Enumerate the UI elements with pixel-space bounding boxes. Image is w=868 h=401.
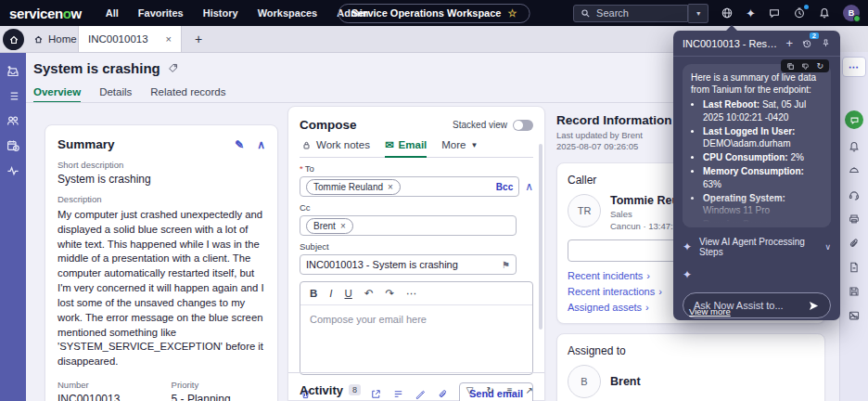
short-description-value: System is crashing bbox=[57, 173, 265, 186]
bullet-memory: Memory Consumption: 63% bbox=[703, 165, 823, 189]
top-nav: All Favorites History Workspaces Admin bbox=[106, 7, 369, 19]
caller-avatar[interactable]: TR bbox=[568, 194, 601, 227]
collapse-recipients-icon[interactable]: ∧ bbox=[525, 180, 533, 193]
new-conversation-icon[interactable]: + bbox=[785, 37, 793, 49]
chip-remove-icon[interactable]: × bbox=[340, 221, 346, 231]
record-more-actions-button[interactable]: ⋯ bbox=[842, 57, 866, 77]
popup-title: INC0010013 - Resolve ... bbox=[683, 38, 777, 49]
chip-remove-icon[interactable]: × bbox=[388, 182, 393, 192]
nav-all[interactable]: All bbox=[106, 7, 119, 19]
tab-close-icon[interactable]: × bbox=[166, 33, 172, 45]
italic-button[interactable]: I bbox=[329, 288, 332, 299]
rail-bell-icon[interactable] bbox=[848, 140, 861, 153]
assist-intro: Here is a summary of live data from Tani… bbox=[691, 71, 823, 96]
nav-workspaces[interactable]: Workspaces bbox=[258, 7, 318, 19]
stacked-view-toggle[interactable] bbox=[513, 120, 533, 131]
regenerate-icon[interactable]: ↻ bbox=[816, 61, 823, 71]
refresh-icon[interactable]: ↻ bbox=[486, 385, 493, 395]
bullet-cpu: CPU Consumption: 2% bbox=[703, 151, 823, 163]
thumbs-down-icon[interactable] bbox=[801, 62, 810, 71]
chevron-down-icon: ▼ bbox=[470, 141, 478, 149]
pulse-icon[interactable] bbox=[6, 163, 20, 178]
rail-printer-icon[interactable] bbox=[848, 213, 861, 226]
rail-agent-cap-icon[interactable] bbox=[848, 164, 861, 177]
to-field[interactable]: Tommie Reuland× Bcc bbox=[300, 176, 519, 197]
bullet-last-reboot: Last Reboot: Sat, 05 Jul 2025 10:02:21 -… bbox=[703, 98, 823, 123]
scrollbar-thumb[interactable] bbox=[539, 144, 542, 330]
tab-email[interactable]: ✉ Email bbox=[385, 138, 427, 158]
list-icon[interactable] bbox=[6, 89, 20, 103]
rail-headset-icon[interactable] bbox=[848, 188, 861, 201]
view-more-link[interactable]: View more bbox=[689, 306, 731, 317]
message-fade bbox=[683, 194, 831, 227]
inbox-icon[interactable] bbox=[6, 64, 20, 79]
send-icon[interactable] bbox=[808, 300, 820, 312]
rail-save-icon[interactable] bbox=[848, 285, 861, 298]
calendar-clock-icon[interactable] bbox=[6, 138, 20, 153]
collapse-chevron-icon[interactable]: ∧ bbox=[257, 138, 265, 151]
nav-favorites[interactable]: Favorites bbox=[138, 7, 184, 19]
cc-recipient-chip: Brent× bbox=[306, 218, 353, 234]
rail-attachment-icon[interactable] bbox=[848, 237, 861, 250]
history-icon[interactable]: 2 bbox=[801, 38, 812, 49]
pin-icon[interactable] bbox=[821, 38, 831, 48]
number-label: Number bbox=[57, 380, 166, 390]
now-assist-icon[interactable]: ✦ bbox=[746, 6, 756, 20]
tab-overview[interactable]: Overview bbox=[33, 86, 81, 103]
cc-chip-label: Brent bbox=[313, 221, 336, 231]
filter-icon[interactable]: ▽ bbox=[466, 385, 474, 395]
bell-icon[interactable] bbox=[818, 6, 831, 19]
editor-more-icon[interactable]: ⋯ bbox=[406, 287, 418, 300]
assignee-name[interactable]: Brent bbox=[610, 375, 641, 388]
summary-card: Summary ✎ ∧ Short description System is … bbox=[45, 124, 278, 401]
servicenow-logo[interactable]: servicenow bbox=[9, 6, 82, 21]
compose-panel: Compose Stacked view Work notes ✉ Email … bbox=[287, 106, 545, 401]
assigned-to-card: Assigned to B Brent Reassign View additi… bbox=[556, 333, 825, 401]
copy-icon[interactable] bbox=[786, 62, 795, 71]
tab-home[interactable]: Home bbox=[33, 26, 77, 52]
rail-document-icon[interactable] bbox=[848, 261, 861, 274]
flag-icon[interactable]: ⚑ bbox=[502, 260, 510, 270]
expand-icon[interactable]: ↗ bbox=[526, 385, 533, 395]
underline-button[interactable]: U bbox=[345, 288, 352, 299]
editor-toolbar: B I U ↶ ↷ ⋯ bbox=[300, 282, 532, 305]
home-icon bbox=[33, 34, 44, 45]
search-input[interactable]: Search bbox=[573, 5, 688, 22]
bold-button[interactable]: B bbox=[310, 288, 317, 299]
history-count-badge: 2 bbox=[810, 32, 819, 40]
chat-icon[interactable] bbox=[768, 6, 781, 19]
home-button[interactable] bbox=[3, 29, 24, 50]
sort-icon[interactable]: ≡ bbox=[507, 385, 513, 395]
now-assist-rail-icon[interactable] bbox=[845, 110, 863, 129]
cc-field[interactable]: Brent× bbox=[300, 215, 517, 236]
agent-steps-row[interactable]: ✦ View AI Agent Processing Steps ∨ bbox=[683, 237, 831, 257]
edit-pencil-icon[interactable]: ✎ bbox=[235, 138, 244, 151]
assignee-avatar[interactable]: B bbox=[568, 365, 601, 398]
rail-image-icon[interactable] bbox=[848, 309, 861, 322]
compose-tabs: Work notes ✉ Email More ▼ bbox=[300, 138, 533, 158]
tab-details[interactable]: Details bbox=[99, 86, 132, 103]
tab-work-notes[interactable]: Work notes bbox=[301, 139, 370, 150]
email-body-input[interactable]: Compose your email here bbox=[300, 305, 532, 374]
globe-icon[interactable] bbox=[721, 6, 734, 19]
agent-steps-label: View AI Agent Processing Steps bbox=[699, 237, 817, 257]
tag-icon[interactable] bbox=[167, 62, 179, 74]
search-scope-dropdown[interactable]: ▼ bbox=[688, 4, 708, 23]
tab-more[interactable]: More ▼ bbox=[441, 139, 478, 150]
workspace-pill[interactable]: Service Operations Workspace ☆ bbox=[338, 4, 530, 23]
to-recipient-chip: Tommie Reuland× bbox=[306, 179, 401, 195]
bcc-link[interactable]: Bcc bbox=[496, 182, 513, 192]
tab-related-records[interactable]: Related records bbox=[150, 86, 225, 103]
subject-field[interactable]: INC0010013 - System is crashing ⚑ bbox=[300, 254, 517, 275]
undo-icon[interactable]: ↶ bbox=[364, 287, 374, 300]
subject-value: INC0010013 - System is crashing bbox=[306, 259, 496, 270]
favorite-star-icon[interactable]: ☆ bbox=[507, 8, 517, 19]
redo-icon[interactable]: ↷ bbox=[385, 287, 394, 300]
global-search: Search ▼ bbox=[573, 4, 708, 23]
people-icon[interactable] bbox=[6, 113, 20, 128]
user-avatar[interactable]: B bbox=[843, 5, 860, 21]
tab-record[interactable]: INC0010013 × bbox=[78, 26, 182, 52]
nav-history[interactable]: History bbox=[203, 7, 238, 19]
guided-tour-icon[interactable] bbox=[793, 6, 806, 19]
new-tab-button[interactable]: + bbox=[195, 26, 202, 52]
